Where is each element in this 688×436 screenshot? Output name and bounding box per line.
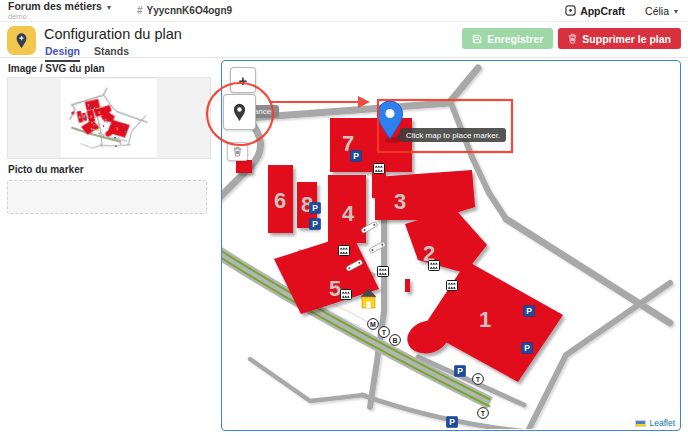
save-button[interactable]: Enregistrer: [462, 28, 553, 49]
save-icon: [472, 34, 482, 44]
delete-plan-button[interactable]: Supprimer le plan: [558, 28, 681, 49]
remove-marker-button[interactable]: [227, 142, 248, 161]
zoom-in-button[interactable]: +: [230, 67, 256, 93]
trash-icon: [568, 33, 577, 44]
caret-down-icon: ▾: [674, 7, 678, 16]
event-name: Forum des métiers: [8, 1, 102, 12]
page-header: Configuration du plan Design Stands Enre…: [0, 22, 688, 58]
marker-picto-upload[interactable]: [7, 180, 207, 214]
tab-stands[interactable]: Stands: [94, 45, 129, 62]
appcraft-logo-icon: [565, 5, 576, 16]
user-menu[interactable]: Célia ▾: [645, 5, 678, 17]
plan-thumbnail: [61, 79, 157, 157]
plan-pin-icon: [7, 26, 36, 55]
plan-image-upload[interactable]: [7, 77, 211, 159]
channel-id: # YyycnnK6O4ogn9: [137, 5, 232, 16]
marker-tool-icon: [232, 102, 247, 122]
map-attribution: Leaflet: [631, 417, 679, 429]
event-switcher[interactable]: Forum des métiers démo ▾: [8, 1, 111, 20]
top-bar: Forum des métiers démo ▾ # YyycnnK6O4ogn…: [0, 0, 688, 22]
tab-bar: Design Stands: [45, 45, 129, 62]
brand-name: AppCraft: [580, 5, 625, 17]
page-title: Configuration du plan: [44, 26, 182, 42]
trash-icon: [233, 146, 242, 157]
channel-code: YyycnnK6O4ogn9: [147, 5, 233, 16]
marker-picto-label: Picto du marker: [8, 164, 215, 175]
user-name: Célia: [645, 5, 669, 17]
leaflet-link[interactable]: Leaflet: [649, 418, 675, 428]
brand-link[interactable]: AppCraft: [565, 5, 625, 17]
place-marker-button[interactable]: [223, 94, 256, 130]
plan-image-label: Image / SVG du plan: [8, 63, 215, 74]
sidebar: Image / SVG du plan Picto du marker: [0, 58, 215, 214]
caret-down-icon: ▾: [107, 3, 111, 12]
map-canvas: [222, 61, 680, 429]
ukraine-flag-icon: [635, 420, 646, 427]
hash-icon: #: [137, 5, 143, 16]
event-subtitle: démo: [8, 13, 102, 21]
map-tooltip: Click map to place marker.: [400, 128, 506, 142]
leaflet-map[interactable]: Click map to place marker. + Cancel Leaf…: [221, 60, 681, 431]
tab-design[interactable]: Design: [45, 45, 80, 62]
